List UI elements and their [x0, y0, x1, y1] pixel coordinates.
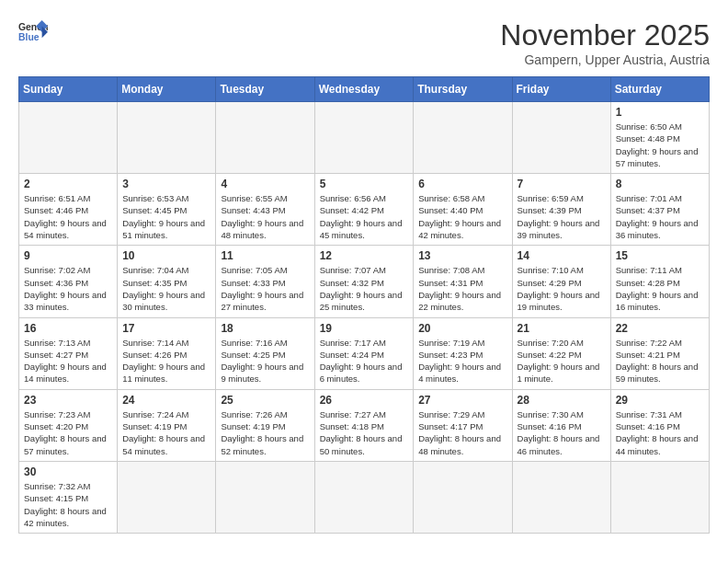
calendar-day-cell: 1Sunrise: 6:50 AM Sunset: 4:48 PM Daylig…: [610, 102, 709, 174]
weekday-header-saturday: Saturday: [610, 77, 709, 102]
calendar-day-cell: [414, 461, 512, 533]
day-number: 1: [616, 106, 704, 119]
day-info: Sunrise: 7:20 AM Sunset: 4:22 PM Dayligh…: [518, 337, 606, 385]
day-info: Sunrise: 7:16 AM Sunset: 4:25 PM Dayligh…: [221, 337, 309, 385]
calendar-day-cell: 21Sunrise: 7:20 AM Sunset: 4:22 PM Dayli…: [512, 317, 610, 389]
weekday-header-tuesday: Tuesday: [216, 77, 314, 102]
day-info: Sunrise: 7:10 AM Sunset: 4:29 PM Dayligh…: [518, 264, 606, 313]
day-info: Sunrise: 7:32 AM Sunset: 4:15 PM Dayligh…: [24, 480, 112, 529]
calendar-day-cell: 3Sunrise: 6:53 AM Sunset: 4:45 PM Daylig…: [118, 174, 216, 246]
weekday-header-wednesday: Wednesday: [314, 77, 414, 102]
day-info: Sunrise: 6:51 AM Sunset: 4:46 PM Dayligh…: [24, 192, 112, 241]
weekday-header-friday: Friday: [512, 77, 610, 102]
calendar-day-cell: [118, 102, 216, 174]
day-number: 6: [418, 178, 506, 190]
day-info: Sunrise: 6:50 AM Sunset: 4:48 PM Dayligh…: [616, 121, 704, 169]
calendar-day-cell: 16Sunrise: 7:13 AM Sunset: 4:27 PM Dayli…: [19, 317, 118, 389]
calendar-week-row: 30Sunrise: 7:32 AM Sunset: 4:15 PM Dayli…: [19, 461, 710, 533]
day-info: Sunrise: 7:30 AM Sunset: 4:16 PM Dayligh…: [518, 408, 606, 457]
day-info: Sunrise: 7:17 AM Sunset: 4:24 PM Dayligh…: [320, 337, 409, 385]
calendar-day-cell: 15Sunrise: 7:11 AM Sunset: 4:28 PM Dayli…: [610, 246, 709, 317]
day-number: 9: [24, 249, 112, 262]
day-info: Sunrise: 7:01 AM Sunset: 4:37 PM Dayligh…: [616, 192, 704, 241]
weekday-header-thursday: Thursday: [414, 77, 512, 102]
day-info: Sunrise: 7:19 AM Sunset: 4:23 PM Dayligh…: [418, 337, 506, 385]
day-info: Sunrise: 7:14 AM Sunset: 4:26 PM Dayligh…: [122, 337, 210, 385]
weekday-header-sunday: Sunday: [19, 77, 118, 102]
day-info: Sunrise: 7:04 AM Sunset: 4:35 PM Dayligh…: [122, 264, 210, 313]
weekday-header-monday: Monday: [118, 77, 216, 102]
calendar-week-row: 9Sunrise: 7:02 AM Sunset: 4:36 PM Daylig…: [19, 246, 710, 317]
calendar-day-cell: 7Sunrise: 6:59 AM Sunset: 4:39 PM Daylig…: [512, 174, 610, 246]
day-number: 5: [320, 178, 409, 190]
day-info: Sunrise: 7:02 AM Sunset: 4:36 PM Dayligh…: [24, 264, 112, 313]
calendar-day-cell: 23Sunrise: 7:23 AM Sunset: 4:20 PM Dayli…: [19, 389, 118, 461]
calendar-day-cell: 13Sunrise: 7:08 AM Sunset: 4:31 PM Dayli…: [414, 246, 512, 317]
day-number: 13: [418, 249, 506, 262]
day-info: Sunrise: 6:53 AM Sunset: 4:45 PM Dayligh…: [122, 192, 210, 241]
day-number: 26: [320, 394, 409, 407]
calendar-day-cell: [216, 461, 314, 533]
day-info: Sunrise: 7:27 AM Sunset: 4:18 PM Dayligh…: [320, 408, 409, 457]
page-header: General Blue November 2025 Gampern, Uppe…: [18, 18, 710, 67]
day-info: Sunrise: 6:58 AM Sunset: 4:40 PM Dayligh…: [418, 192, 506, 241]
day-number: 8: [616, 178, 704, 190]
calendar-day-cell: 8Sunrise: 7:01 AM Sunset: 4:37 PM Daylig…: [610, 174, 709, 246]
calendar-day-cell: [610, 461, 709, 533]
day-info: Sunrise: 7:31 AM Sunset: 4:16 PM Dayligh…: [616, 408, 704, 457]
day-number: 22: [616, 322, 704, 335]
calendar-day-cell: [19, 102, 118, 174]
day-info: Sunrise: 6:56 AM Sunset: 4:42 PM Dayligh…: [320, 192, 409, 241]
calendar-week-row: 1Sunrise: 6:50 AM Sunset: 4:48 PM Daylig…: [19, 102, 710, 174]
day-number: 28: [518, 394, 606, 407]
day-info: Sunrise: 7:24 AM Sunset: 4:19 PM Dayligh…: [122, 408, 210, 457]
day-number: 20: [418, 322, 506, 335]
day-number: 2: [24, 178, 112, 190]
day-number: 3: [122, 178, 210, 190]
day-number: 7: [518, 178, 606, 190]
calendar-day-cell: [314, 461, 414, 533]
calendar-day-cell: 5Sunrise: 6:56 AM Sunset: 4:42 PM Daylig…: [314, 174, 414, 246]
weekday-header-row: SundayMondayTuesdayWednesdayThursdayFrid…: [19, 77, 710, 102]
day-info: Sunrise: 7:22 AM Sunset: 4:21 PM Dayligh…: [616, 337, 704, 385]
calendar-day-cell: 10Sunrise: 7:04 AM Sunset: 4:35 PM Dayli…: [118, 246, 216, 317]
day-info: Sunrise: 7:13 AM Sunset: 4:27 PM Dayligh…: [24, 337, 112, 385]
calendar-day-cell: 27Sunrise: 7:29 AM Sunset: 4:17 PM Dayli…: [414, 389, 512, 461]
day-number: 27: [418, 394, 506, 407]
calendar-day-cell: 24Sunrise: 7:24 AM Sunset: 4:19 PM Dayli…: [118, 389, 216, 461]
day-number: 19: [320, 322, 409, 335]
day-number: 4: [221, 178, 309, 190]
calendar-day-cell: [512, 461, 610, 533]
day-number: 12: [320, 249, 409, 262]
calendar-day-cell: 28Sunrise: 7:30 AM Sunset: 4:16 PM Dayli…: [512, 389, 610, 461]
calendar-day-cell: 25Sunrise: 7:26 AM Sunset: 4:19 PM Dayli…: [216, 389, 314, 461]
day-number: 25: [221, 394, 309, 407]
day-number: 10: [122, 249, 210, 262]
calendar-day-cell: 2Sunrise: 6:51 AM Sunset: 4:46 PM Daylig…: [19, 174, 118, 246]
calendar-day-cell: [414, 102, 512, 174]
title-block: November 2025 Gampern, Upper Austria, Au…: [500, 18, 710, 67]
calendar-day-cell: 4Sunrise: 6:55 AM Sunset: 4:43 PM Daylig…: [216, 174, 314, 246]
day-info: Sunrise: 7:05 AM Sunset: 4:33 PM Dayligh…: [221, 264, 309, 313]
day-info: Sunrise: 7:11 AM Sunset: 4:28 PM Dayligh…: [616, 264, 704, 313]
logo: General Blue: [18, 18, 48, 44]
calendar-day-cell: 19Sunrise: 7:17 AM Sunset: 4:24 PM Dayli…: [314, 317, 414, 389]
calendar-day-cell: 29Sunrise: 7:31 AM Sunset: 4:16 PM Dayli…: [610, 389, 709, 461]
calendar-day-cell: [512, 102, 610, 174]
day-info: Sunrise: 7:29 AM Sunset: 4:17 PM Dayligh…: [418, 408, 506, 457]
svg-text:Blue: Blue: [18, 32, 40, 42]
calendar-week-row: 16Sunrise: 7:13 AM Sunset: 4:27 PM Dayli…: [19, 317, 710, 389]
day-info: Sunrise: 7:23 AM Sunset: 4:20 PM Dayligh…: [24, 408, 112, 457]
calendar-day-cell: 12Sunrise: 7:07 AM Sunset: 4:32 PM Dayli…: [314, 246, 414, 317]
calendar-day-cell: 6Sunrise: 6:58 AM Sunset: 4:40 PM Daylig…: [414, 174, 512, 246]
calendar-day-cell: [314, 102, 414, 174]
day-number: 17: [122, 322, 210, 335]
calendar-day-cell: 26Sunrise: 7:27 AM Sunset: 4:18 PM Dayli…: [314, 389, 414, 461]
calendar-week-row: 2Sunrise: 6:51 AM Sunset: 4:46 PM Daylig…: [19, 174, 710, 246]
day-number: 18: [221, 322, 309, 335]
calendar-day-cell: [216, 102, 314, 174]
calendar-day-cell: 20Sunrise: 7:19 AM Sunset: 4:23 PM Dayli…: [414, 317, 512, 389]
calendar-week-row: 23Sunrise: 7:23 AM Sunset: 4:20 PM Dayli…: [19, 389, 710, 461]
day-number: 11: [221, 249, 309, 262]
month-year-title: November 2025: [500, 18, 710, 52]
